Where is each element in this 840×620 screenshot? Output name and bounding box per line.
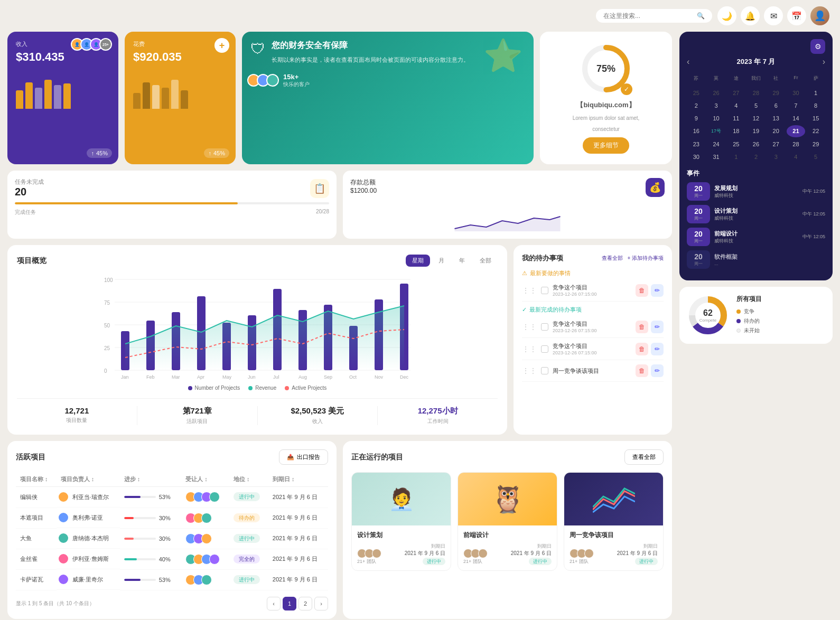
- cal-day[interactable]: 15: [806, 112, 825, 124]
- cal-day[interactable]: 28: [787, 138, 806, 150]
- todo-checkbox-4[interactable]: [541, 367, 548, 374]
- view-all-todo-link[interactable]: 查看全部: [602, 255, 623, 262]
- todo-checkbox-2[interactable]: [541, 323, 548, 331]
- cal-day[interactable]: 3: [767, 151, 786, 163]
- cal-day[interactable]: 13: [767, 112, 786, 124]
- cal-day[interactable]: 23: [687, 138, 706, 150]
- detail-button[interactable]: 更多细节: [583, 137, 629, 154]
- cal-day-today[interactable]: 21: [787, 125, 806, 137]
- weekday-th: 社: [767, 73, 786, 84]
- calendar-button[interactable]: 📅: [787, 6, 806, 25]
- cal-day[interactable]: 9: [687, 112, 706, 124]
- tasks-icon: 📋: [310, 179, 329, 198]
- cal-day[interactable]: 5: [746, 100, 766, 111]
- cal-day[interactable]: 1: [726, 151, 745, 163]
- next-page-button[interactable]: ›: [314, 597, 328, 610]
- cal-day[interactable]: 1: [806, 87, 825, 99]
- cal-day[interactable]: 6: [767, 100, 786, 111]
- cal-day[interactable]: 25: [687, 87, 706, 99]
- calendar-settings-button[interactable]: ⚙: [810, 39, 825, 54]
- main-content: 收入 $310.435 👤 👤 👤 25+ ↑: [0, 32, 840, 620]
- cal-day[interactable]: 28: [746, 87, 766, 99]
- svg-text:May: May: [222, 374, 232, 380]
- cal-day[interactable]: 7: [787, 100, 806, 111]
- export-button[interactable]: 📤 出口报告: [279, 449, 328, 465]
- export-label: 出口报告: [297, 453, 320, 461]
- edit-todo-2[interactable]: ✏: [651, 321, 664, 333]
- event-info-3: 前端设计 威特科技: [714, 230, 798, 245]
- delete-todo-1[interactable]: 🗑: [636, 284, 648, 297]
- cal-day[interactable]: 22: [806, 125, 825, 137]
- search-input[interactable]: [603, 12, 693, 20]
- event-info-1: 发展规划 威特科技: [714, 184, 798, 199]
- cal-day[interactable]: 26: [746, 138, 766, 150]
- delete-todo-4[interactable]: 🗑: [636, 364, 648, 377]
- chart-tabs[interactable]: 星期 月 年 全部: [406, 255, 498, 267]
- page-2-button[interactable]: 2: [298, 597, 312, 610]
- event-org-4: ...: [714, 261, 825, 266]
- tab-month[interactable]: 月: [432, 255, 451, 267]
- cal-day[interactable]: 19: [746, 125, 766, 137]
- add-todo-link[interactable]: + 添加待办事项: [627, 255, 664, 262]
- todo-checkbox-1[interactable]: [541, 287, 548, 294]
- delete-todo-3[interactable]: 🗑: [636, 343, 648, 355]
- calendar-days[interactable]: 25 26 27 28 29 30 1 2 3 4 5 6 7 8 9 10 1…: [687, 87, 825, 163]
- savings-value: $1200.00: [350, 187, 665, 194]
- delete-todo-2[interactable]: 🗑: [636, 321, 648, 333]
- edit-todo-4[interactable]: ✏: [651, 364, 664, 377]
- svg-text:50: 50: [104, 323, 110, 328]
- edit-todo-1[interactable]: ✏: [651, 284, 664, 297]
- cal-day[interactable]: 5: [806, 151, 825, 163]
- cal-day[interactable]: 3: [707, 100, 726, 111]
- cal-day[interactable]: 4: [726, 100, 745, 111]
- pagination[interactable]: ‹ 1 2 ›: [267, 597, 328, 610]
- page-1-button[interactable]: 1: [283, 597, 296, 610]
- cal-day[interactable]: 20: [767, 125, 786, 137]
- view-all-running-button[interactable]: 查看全部: [624, 449, 664, 465]
- dark-mode-button[interactable]: 🌙: [717, 6, 736, 25]
- tab-week[interactable]: 星期: [406, 255, 430, 267]
- cal-day[interactable]: 31: [707, 151, 726, 163]
- project-status: 进行中: [229, 569, 268, 590]
- cal-day[interactable]: 18: [726, 125, 745, 137]
- prev-month-button[interactable]: ‹: [687, 57, 689, 67]
- edit-todo-3[interactable]: ✏: [651, 343, 664, 355]
- search-box[interactable]: 🔍: [596, 9, 712, 23]
- add-expense-button[interactable]: +: [214, 38, 229, 53]
- cal-day[interactable]: 4: [787, 151, 806, 163]
- tab-year[interactable]: 年: [453, 255, 471, 267]
- cal-day[interactable]: 11: [726, 112, 745, 124]
- project-name: 金丝雀: [16, 549, 57, 569]
- assignee-av: [201, 513, 212, 523]
- tab-all[interactable]: 全部: [473, 255, 498, 267]
- cal-day[interactable]: 29: [767, 87, 786, 99]
- cal-day[interactable]: 16: [687, 125, 706, 137]
- cal-day[interactable]: 2: [746, 151, 766, 163]
- todo-checkbox-3[interactable]: [541, 345, 548, 353]
- cal-day[interactable]: 17号: [707, 125, 726, 137]
- active-projects-header: 活跃项目 📤 出口报告: [16, 449, 328, 465]
- next-month-button[interactable]: ›: [823, 57, 825, 67]
- user-avatar[interactable]: 👤: [810, 6, 829, 25]
- tasks-label: 任务未完成: [15, 178, 44, 186]
- cal-day[interactable]: 27: [767, 138, 786, 150]
- cal-day[interactable]: 27: [726, 87, 745, 99]
- cal-day[interactable]: 25: [726, 138, 745, 150]
- cal-day[interactable]: 30: [787, 87, 806, 99]
- cal-day[interactable]: 26: [707, 87, 726, 99]
- notifications-button[interactable]: 🔔: [741, 6, 760, 25]
- revenue-up-icon: ↑: [91, 150, 94, 156]
- mail-button[interactable]: ✉: [764, 6, 783, 25]
- cal-day[interactable]: 10: [707, 112, 726, 124]
- cal-day[interactable]: 24: [707, 138, 726, 150]
- cal-day[interactable]: 29: [806, 138, 825, 150]
- cal-day[interactable]: 12: [746, 112, 766, 124]
- drag-icon-4: ⋮⋮: [522, 367, 537, 375]
- cal-day[interactable]: 30: [687, 151, 706, 163]
- cal-day[interactable]: 2: [687, 100, 706, 111]
- cal-day[interactable]: 14: [787, 112, 806, 124]
- prev-page-button[interactable]: ‹: [267, 597, 281, 610]
- legend-label-revenue: Revenue: [255, 385, 276, 391]
- chart-svg: 100 75 50 25 0: [17, 274, 498, 380]
- cal-day[interactable]: 8: [806, 100, 825, 111]
